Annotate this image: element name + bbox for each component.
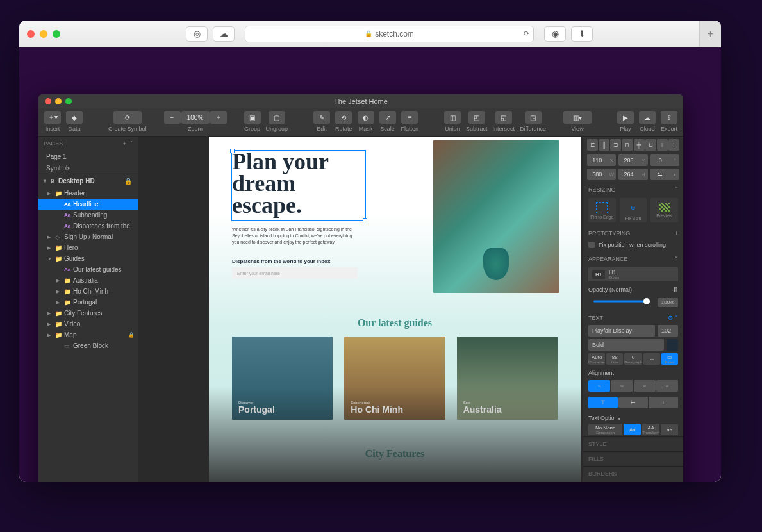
reader-button[interactable]: ◉ — [544, 26, 566, 42]
layer-row[interactable]: ▶📁Map🔒 — [38, 329, 138, 340]
dispatch-label[interactable]: Dispatches from the world to your inbox — [232, 258, 330, 264]
artboard-header[interactable]: ▼ 🖥 Desktop HD 🔒 — [38, 174, 138, 188]
difference-tool[interactable]: ◲Difference — [520, 111, 546, 133]
character-spacing[interactable]: AutoCharacter — [588, 353, 605, 365]
reload-icon[interactable]: ⟳ — [524, 29, 529, 38]
text-transform-lower[interactable]: aa — [661, 424, 678, 435]
create-symbol-tool[interactable]: ⟳Create Symbol — [108, 111, 147, 133]
ungroup-tool[interactable]: ▢Ungroup — [266, 111, 288, 133]
cloud-tool[interactable]: ☁Cloud — [639, 111, 656, 133]
subtract-tool[interactable]: ◰Subtract — [466, 111, 488, 133]
layer-row[interactable]: ▶📁Portugal — [38, 297, 138, 308]
line-height[interactable]: 88Line — [606, 353, 623, 365]
y-input[interactable]: 208Y — [618, 154, 647, 166]
align-left-button[interactable]: ⊏ — [587, 139, 598, 151]
icloud-button[interactable]: ☁ — [213, 26, 235, 42]
prototyping-header[interactable]: PROTOTYPING+ — [583, 225, 683, 239]
scale-tool[interactable]: ⤢Scale — [379, 111, 396, 133]
fills-section[interactable]: FILLS — [583, 451, 683, 466]
email-input-placeholder[interactable]: Enter your email here — [232, 267, 358, 279]
sketch-maximize-button[interactable] — [65, 98, 72, 104]
play-tool[interactable]: ▶Play — [617, 111, 634, 133]
text-valign-bottom[interactable]: ⊥ — [649, 397, 678, 408]
headline-layer[interactable]: Plan your dream escape. — [232, 151, 365, 220]
paragraph-spacing[interactable]: 0Paragraph — [624, 353, 642, 365]
distribute-h-button[interactable]: ⫴ — [657, 139, 668, 151]
height-input[interactable]: 264H — [618, 169, 647, 180]
layer-row[interactable]: AaOur latest guides — [38, 264, 138, 275]
resizing-header[interactable]: RESIZING˅ — [583, 181, 683, 195]
guides-title[interactable]: Our latest guides — [209, 317, 581, 329]
group-tool[interactable]: ▣Group — [244, 111, 261, 133]
view-tool[interactable]: ▥▾View — [563, 111, 592, 133]
add-page-icon[interactable]: + — [123, 140, 126, 147]
layer-row[interactable]: AaDispatches from the — [38, 220, 138, 231]
privacy-report-button[interactable]: ◎ — [186, 26, 208, 42]
text-valign-middle[interactable]: ⊢ — [618, 397, 648, 408]
sketch-close-button[interactable] — [45, 98, 51, 104]
text-decoration[interactable]: No NoneDecoration — [588, 424, 622, 435]
borders-section[interactable]: BORDERS — [583, 466, 683, 481]
subheading-text[interactable]: Whether it's a city break in San Francis… — [232, 226, 357, 245]
distribute-v-button[interactable]: ⫶ — [668, 139, 679, 151]
text-align-left[interactable]: ≡ — [588, 380, 610, 392]
collapse-pages-icon[interactable]: ˄ — [130, 140, 133, 147]
text-valign-top[interactable]: ⊤ — [588, 397, 618, 408]
url-bar[interactable]: 🔒 sketch.com ⟳ — [245, 26, 534, 42]
export-tool[interactable]: ⇪Export — [661, 111, 677, 133]
rotation-input[interactable]: 0° — [650, 154, 679, 166]
layer-row[interactable]: ▶📁Hero — [38, 242, 138, 253]
union-tool[interactable]: ◫Union — [444, 111, 461, 133]
canvas[interactable]: Plan your dream escape. Whether it's a c… — [138, 137, 583, 482]
appearance-header[interactable]: APPEARANCE˅ — [583, 251, 683, 265]
layer-row[interactable]: ▶📁Header — [38, 188, 138, 199]
intersect-tool[interactable]: ◱Intersect — [493, 111, 515, 133]
fix-position-checkbox[interactable]: Fix position when scrolling — [583, 239, 683, 251]
minimize-window-button[interactable] — [40, 30, 47, 38]
page-item[interactable]: Page 1 — [38, 151, 138, 162]
auto-width-button[interactable]: ↔ — [643, 353, 660, 365]
width-input[interactable]: 580W — [587, 169, 616, 180]
maximize-window-button[interactable] — [53, 30, 60, 38]
insert-tool[interactable]: ＋▾Insert — [44, 111, 61, 133]
text-color-swatch[interactable] — [667, 339, 678, 351]
layer-row[interactable]: ▭Green Block — [38, 340, 138, 351]
align-center-h-button[interactable]: ╫ — [599, 139, 609, 151]
font-family-input[interactable]: Playfair Display — [588, 325, 655, 337]
opacity-slider[interactable] — [593, 297, 650, 306]
downloads-button[interactable]: ⬇ — [571, 26, 593, 42]
align-top-button[interactable]: ⊓ — [622, 139, 633, 151]
align-bottom-button[interactable]: ⊔ — [645, 139, 656, 151]
align-right-button[interactable]: ⊐ — [610, 139, 621, 151]
sketch-minimize-button[interactable] — [55, 98, 62, 104]
close-window-button[interactable] — [27, 30, 35, 38]
align-center-v-button[interactable]: ╪ — [634, 139, 645, 151]
pin-to-edge-button[interactable]: Pin to Edge — [588, 198, 616, 222]
mask-tool[interactable]: ◐Mask — [358, 111, 374, 133]
font-weight-input[interactable]: Bold — [588, 339, 664, 351]
fix-size-button[interactable]: ⊕Fix Size — [620, 198, 647, 222]
layer-row[interactable]: ▶📁Ho Chi Minh — [38, 286, 138, 297]
resize-preview-button[interactable]: Preview — [650, 198, 678, 222]
layer-row[interactable]: AaHeadline — [38, 199, 138, 210]
style-section[interactable]: STYLE — [583, 436, 683, 451]
x-input[interactable]: 110X — [587, 154, 616, 166]
text-align-center[interactable]: ≡ — [611, 380, 633, 392]
page-item[interactable]: Symbols — [38, 162, 138, 174]
layer-row[interactable]: AaSubheading — [38, 210, 138, 220]
data-tool[interactable]: ◆Data — [66, 111, 83, 133]
layer-row[interactable]: ▶📁Australia — [38, 275, 138, 286]
rotate-tool[interactable]: ⟲Rotate — [335, 111, 352, 133]
text-align-right[interactable]: ≡ — [634, 380, 656, 392]
text-transform-none[interactable]: Aa — [624, 424, 641, 435]
flatten-tool[interactable]: ≡Flatten — [401, 111, 419, 133]
layer-row[interactable]: ▼📁Guides — [38, 253, 138, 264]
text-style-selector[interactable]: H1 H1Styles — [588, 267, 678, 281]
edit-tool[interactable]: ✎Edit — [313, 111, 330, 133]
layer-row[interactable]: ▶📁Video — [38, 319, 138, 329]
fixed-width-button[interactable]: ▭Fixed — [661, 353, 678, 365]
zoom-tool[interactable]: −100%＋Zoom — [164, 111, 227, 133]
text-transform-upper[interactable]: AATransform — [642, 424, 659, 435]
text-header[interactable]: TEXT⚙ ˅ — [583, 310, 683, 324]
flip-controls[interactable]: ⇋▸ — [650, 169, 679, 180]
